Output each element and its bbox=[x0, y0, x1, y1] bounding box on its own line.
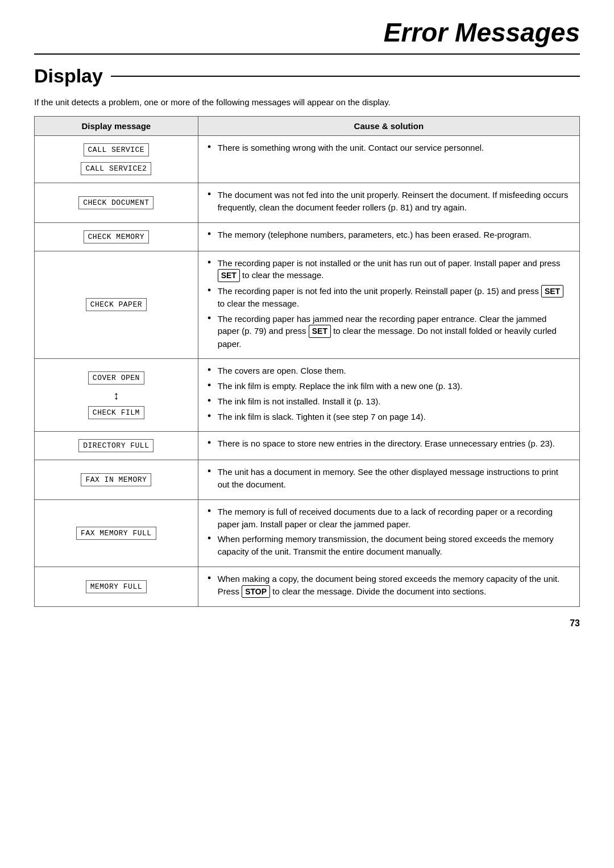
cause-item: The ink film is slack. Tighten it (see s… bbox=[208, 411, 570, 423]
display-code-cell: CHECK PAPER bbox=[35, 251, 198, 359]
cause-list: The recording paper is not installed or … bbox=[208, 257, 570, 350]
display-code-label: MEMORY FULL bbox=[86, 580, 147, 593]
cause-solution-cell: When making a copy, the document being s… bbox=[198, 567, 579, 606]
cause-list: The document was not fed into the unit p… bbox=[208, 189, 570, 214]
section-title: Display bbox=[34, 65, 580, 87]
table-row: MEMORY FULLWhen making a copy, the docum… bbox=[35, 567, 580, 606]
section-title-line bbox=[111, 76, 580, 77]
table-row: CHECK PAPERThe recording paper is not in… bbox=[35, 251, 580, 359]
table-row: DIRECTORY FULLThere is no space to store… bbox=[35, 432, 580, 460]
cause-item: The covers are open. Close them. bbox=[208, 365, 570, 377]
display-code-label: DIRECTORY FULL bbox=[78, 439, 154, 452]
keyboard-key: SET bbox=[541, 285, 563, 297]
display-codes-wrapper: CALL SERVICECALL SERVICE2 bbox=[44, 142, 189, 177]
display-code-cell: FAX MEMORY FULL bbox=[35, 499, 198, 567]
cause-item: When performing memory transmission, the… bbox=[208, 533, 570, 558]
cause-list: The memory is full of received documents… bbox=[208, 506, 570, 558]
cause-solution-cell: There is something wrong with the unit. … bbox=[198, 136, 579, 183]
display-code-label: COVER OPEN bbox=[88, 371, 144, 385]
display-code-cell: MEMORY FULL bbox=[35, 567, 198, 606]
display-code-cell: CHECK DOCUMENT bbox=[35, 183, 198, 223]
display-code-label: CALL SERVICE2 bbox=[81, 162, 151, 175]
cause-item: The recording paper is not fed into the … bbox=[208, 285, 570, 310]
cause-list: There is no space to store new entries i… bbox=[208, 437, 570, 450]
cause-solution-cell: The recording paper is not installed or … bbox=[198, 251, 579, 359]
table-row: CHECK DOCUMENTThe document was not fed i… bbox=[35, 183, 580, 223]
display-codes-wrapper: CHECK MEMORY bbox=[44, 229, 189, 245]
cause-solution-cell: The document was not fed into the unit p… bbox=[198, 183, 579, 223]
page-header: Error Messages bbox=[34, 0, 580, 55]
page-title: Error Messages bbox=[384, 18, 580, 47]
display-code-cell: FAX IN MEMORY bbox=[35, 460, 198, 500]
display-code-cell: DIRECTORY FULL bbox=[35, 432, 198, 460]
display-codes-wrapper: COVER OPEN↕CHECK FILM bbox=[44, 370, 189, 421]
arrow-down-icon: ↕ bbox=[113, 390, 119, 401]
display-code-label: CHECK DOCUMENT bbox=[78, 196, 154, 209]
cause-solution-cell: The unit has a document in memory. See t… bbox=[198, 460, 579, 500]
display-code-label: CALL SERVICE bbox=[84, 143, 150, 156]
display-codes-wrapper: DIRECTORY FULL bbox=[44, 437, 189, 454]
cause-item: The ink film is not installed. Install i… bbox=[208, 395, 570, 408]
cause-list: When making a copy, the document being s… bbox=[208, 573, 570, 598]
display-code-label: FAX IN MEMORY bbox=[81, 473, 151, 486]
display-code-label: CHECK MEMORY bbox=[84, 230, 150, 243]
table-row: FAX MEMORY FULLThe memory is full of rec… bbox=[35, 499, 580, 567]
display-code-cell: CHECK MEMORY bbox=[35, 222, 198, 251]
cause-item: There is something wrong with the unit. … bbox=[208, 142, 570, 154]
intro-text: If the unit detects a problem, one or mo… bbox=[34, 97, 580, 107]
cause-item: The unit has a document in memory. See t… bbox=[208, 466, 570, 491]
col-display-message: Display message bbox=[35, 117, 198, 136]
cause-item: The ink film is empty. Replace the ink f… bbox=[208, 380, 570, 392]
cause-list: The unit has a document in memory. See t… bbox=[208, 466, 570, 491]
display-code-label: FAX MEMORY FULL bbox=[76, 527, 156, 540]
cause-list: There is something wrong with the unit. … bbox=[208, 142, 570, 154]
error-messages-table: Display message Cause & solution CALL SE… bbox=[34, 116, 580, 607]
table-row: CHECK MEMORYThe memory (telephone number… bbox=[35, 222, 580, 251]
display-codes-wrapper: CHECK DOCUMENT bbox=[44, 195, 189, 211]
cause-item: The memory is full of received documents… bbox=[208, 506, 570, 531]
section-title-text: Display bbox=[34, 65, 103, 87]
display-code-cell: COVER OPEN↕CHECK FILM bbox=[35, 359, 198, 432]
cause-list: The memory (telephone numbers, parameter… bbox=[208, 229, 570, 241]
table-row: CALL SERVICECALL SERVICE2There is someth… bbox=[35, 136, 580, 183]
cause-item: The recording paper is not installed or … bbox=[208, 257, 570, 282]
cause-solution-cell: The memory (telephone numbers, parameter… bbox=[198, 222, 579, 251]
keyboard-key: SET bbox=[309, 325, 331, 337]
keyboard-key: STOP bbox=[242, 585, 270, 598]
col-cause-solution: Cause & solution bbox=[198, 117, 579, 136]
page-number: 73 bbox=[34, 618, 580, 629]
cause-item: The memory (telephone numbers, parameter… bbox=[208, 229, 570, 241]
keyboard-key: SET bbox=[218, 269, 240, 282]
cause-list: The covers are open. Close them.The ink … bbox=[208, 365, 570, 423]
cause-solution-cell: The covers are open. Close them.The ink … bbox=[198, 359, 579, 432]
display-code-label: CHECK FILM bbox=[88, 406, 144, 419]
cause-item: The document was not fed into the unit p… bbox=[208, 189, 570, 214]
display-codes-wrapper: MEMORY FULL bbox=[44, 578, 189, 595]
display-codes-wrapper: CHECK PAPER bbox=[44, 296, 189, 313]
cause-item: The recording paper has jammed near the … bbox=[208, 313, 570, 350]
display-codes-wrapper: FAX MEMORY FULL bbox=[44, 525, 189, 542]
table-row: FAX IN MEMORYThe unit has a document in … bbox=[35, 460, 580, 500]
cause-item: When making a copy, the document being s… bbox=[208, 573, 570, 598]
cause-solution-cell: The memory is full of received documents… bbox=[198, 499, 579, 567]
table-row: COVER OPEN↕CHECK FILMThe covers are open… bbox=[35, 359, 580, 432]
cause-solution-cell: There is no space to store new entries i… bbox=[198, 432, 579, 460]
display-code-label: CHECK PAPER bbox=[86, 298, 147, 311]
display-code-cell: CALL SERVICECALL SERVICE2 bbox=[35, 136, 198, 183]
cause-item: There is no space to store new entries i… bbox=[208, 437, 570, 450]
display-codes-wrapper: FAX IN MEMORY bbox=[44, 472, 189, 488]
